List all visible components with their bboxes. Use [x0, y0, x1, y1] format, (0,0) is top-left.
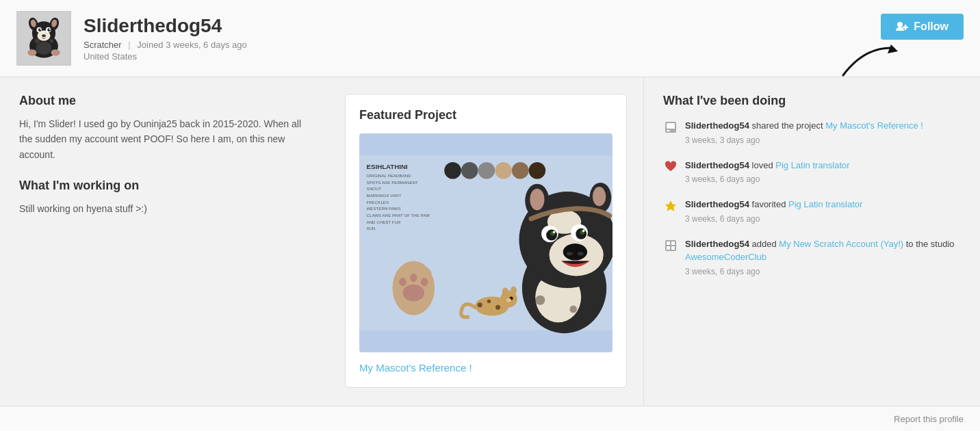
activity-item-2: Sliderthedog54 loved Pig Latin translato…: [663, 159, 961, 186]
activity-link-4b[interactable]: AwesomeCoderClub: [685, 252, 766, 262]
activity-title: What I've been doing: [663, 94, 961, 108]
follow-label: Follow: [914, 21, 949, 33]
activity-link-4a[interactable]: My New Scratch Account (Yay!): [779, 239, 903, 249]
svg-point-76: [567, 252, 573, 255]
profile-meta: Scratcher | Joined 3 weeks, 6 days ago: [83, 40, 247, 50]
svg-rect-86: [671, 241, 675, 245]
svg-point-47: [410, 274, 417, 282]
page-footer: Report this profile: [0, 406, 980, 431]
svg-point-21: [897, 22, 903, 27]
featured-title: Featured Project: [359, 108, 612, 122]
actor-1: Sliderthedog54: [685, 120, 749, 131]
svg-point-52: [487, 300, 491, 303]
activity-link-3[interactable]: Pig Latin translator: [788, 199, 862, 209]
svg-text:SNOUT: SNOUT: [367, 186, 382, 191]
svg-text:MARKINGS VARY: MARKINGS VARY: [367, 193, 402, 198]
svg-point-36: [461, 162, 478, 179]
svg-point-73: [553, 231, 556, 233]
svg-point-64: [530, 189, 544, 211]
svg-point-11: [47, 28, 51, 31]
svg-point-75: [563, 244, 587, 261]
join-date: Joined 3 weeks, 6 days ago: [137, 40, 246, 50]
profile-info: Sliderthedog54 Scratcher | Joined 3 week…: [83, 15, 247, 62]
svg-point-55: [511, 286, 517, 294]
svg-point-37: [478, 162, 495, 179]
main-content: About me Hi, I'm Slider! I used go by Ou…: [0, 77, 980, 406]
svg-point-40: [529, 162, 546, 179]
svg-point-13: [49, 29, 51, 30]
svg-point-65: [593, 187, 606, 206]
svg-text:CLAWS ARE PART OF THE PAW: CLAWS ARE PART OF THE PAW: [367, 213, 430, 218]
actor-3: Sliderthedog54: [685, 199, 749, 209]
activity-time-3: 3 weeks, 6 days ago: [685, 213, 862, 225]
heart-icon: [663, 159, 678, 174]
svg-point-18: [35, 38, 40, 44]
username: Sliderthedog54: [83, 15, 247, 37]
project-link[interactable]: My Mascot's Reference !: [359, 362, 612, 374]
activity-text-1: Sliderthedog54 shared the project My Mas…: [685, 119, 923, 146]
svg-rect-81: [667, 123, 675, 129]
svg-point-10: [38, 28, 42, 31]
follow-button[interactable]: Follow: [881, 14, 964, 40]
svg-text:FRECKLES: FRECKLES: [367, 200, 389, 205]
activity-text-3: Sliderthedog54 favorited Pig Latin trans…: [685, 198, 862, 225]
svg-rect-87: [667, 246, 670, 250]
svg-point-12: [40, 29, 41, 30]
center-column: Featured Project ESIHLATHINI ORIGINAL HE…: [328, 77, 643, 406]
svg-point-78: [535, 296, 545, 305]
working-on-title: What I'm working on: [19, 179, 309, 193]
star-icon: [663, 198, 678, 213]
avatar-image: [18, 12, 70, 64]
studio-icon: [663, 238, 678, 253]
svg-point-54: [502, 287, 508, 296]
svg-point-39: [512, 162, 529, 179]
actor-4: Sliderthedog54: [685, 239, 749, 249]
svg-point-17: [51, 49, 60, 56]
svg-text:WESTERN PAWS: WESTERN PAWS: [367, 206, 401, 211]
activity-item-1: Sliderthedog54 shared the project My Mas…: [663, 119, 961, 146]
svg-point-45: [402, 285, 424, 302]
svg-point-53: [495, 305, 500, 310]
meta-divider: |: [128, 40, 130, 50]
working-on-body: Still working on hyena stuff >:): [19, 201, 309, 216]
user-role: Scratcher: [83, 40, 122, 50]
svg-point-19: [50, 39, 54, 43]
follow-arrow: [836, 41, 905, 84]
svg-text:SPOTS ARE PERMANENT: SPOTS ARE PERMANENT: [367, 180, 418, 185]
svg-point-79: [569, 306, 577, 313]
activity-item-4: Sliderthedog54 added My New Scratch Acco…: [663, 237, 961, 278]
about-me-title: About me: [19, 94, 309, 108]
project-image: ESIHLATHINI ORIGINAL HEADBAND SPOTS ARE …: [359, 133, 612, 352]
activity-link-2[interactable]: Pig Latin translator: [775, 160, 849, 170]
svg-rect-82: [667, 130, 670, 131]
profile-location: United States: [83, 51, 247, 62]
svg-point-74: [582, 230, 585, 233]
activity-item-3: Sliderthedog54 favorited Pig Latin trans…: [663, 198, 961, 225]
activity-link-1[interactable]: My Mascot's Reference !: [825, 120, 923, 131]
svg-text:AND CHEST FUR: AND CHEST FUR: [367, 220, 401, 224]
about-me-body: Hi, I'm Slider! I used go by Ouninja25 b…: [19, 116, 309, 162]
left-column: About me Hi, I'm Slider! I used go by Ou…: [0, 77, 328, 406]
svg-point-14: [42, 34, 46, 37]
follow-icon: [896, 21, 908, 32]
project-icon: [663, 120, 678, 135]
activity-text-2: Sliderthedog54 loved Pig Latin translato…: [685, 159, 850, 186]
svg-point-35: [444, 162, 461, 179]
svg-text:ESIHLATHINI: ESIHLATHINI: [367, 163, 408, 170]
profile-header: Sliderthedog54 Scratcher | Joined 3 week…: [0, 0, 980, 77]
activity-time-2: 3 weeks, 6 days ago: [685, 173, 850, 185]
activity-text-4: Sliderthedog54 added My New Scratch Acco…: [685, 237, 961, 278]
svg-point-48: [421, 278, 428, 286]
activity-time-4: 3 weeks, 6 days ago: [685, 265, 961, 278]
svg-text:ORIGINAL HEADBAND: ORIGINAL HEADBAND: [367, 173, 412, 178]
svg-point-15: [36, 42, 52, 55]
featured-card: Featured Project ESIHLATHINI ORIGINAL HE…: [345, 94, 627, 388]
svg-point-16: [27, 49, 36, 56]
svg-rect-88: [671, 246, 675, 250]
right-column: What I've been doing Sliderthedog54 shar…: [643, 77, 980, 406]
svg-point-77: [578, 252, 584, 255]
svg-point-46: [399, 278, 407, 286]
svg-text:SUN: SUN: [367, 226, 376, 231]
project-thumbnail: ESIHLATHINI ORIGINAL HEADBAND SPOTS ARE …: [359, 133, 612, 352]
report-link[interactable]: Report this profile: [894, 414, 964, 424]
